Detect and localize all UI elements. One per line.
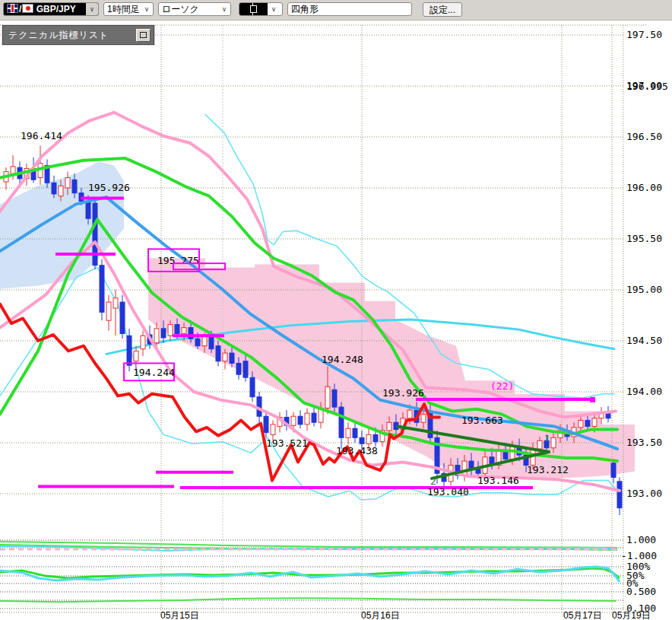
panel-restore-button[interactable] <box>136 29 151 42</box>
y-axis-tick: 197.50 <box>626 29 662 40</box>
candle-body <box>216 346 220 361</box>
osc-axis-tick: 1.000 <box>626 534 656 545</box>
rect-price-label: 194.244 <box>133 367 175 378</box>
y-axis-tick: 194.00 <box>626 386 662 397</box>
candle-body <box>421 415 426 423</box>
candle-body <box>617 482 622 508</box>
candle-body <box>291 416 296 425</box>
candle-body <box>373 434 378 441</box>
candle-body <box>243 361 248 377</box>
candle-body <box>353 428 357 437</box>
candle-body <box>11 167 15 173</box>
candle-body <box>312 413 316 422</box>
price-label: 193.040 <box>427 486 469 498</box>
x-axis-date: 05月16日 <box>361 610 400 620</box>
candle-body <box>271 424 275 434</box>
x-axis-date: 05月17日 <box>563 610 602 620</box>
currency-pair-select[interactable]: / GBP/JPY ∨ <box>3 2 99 16</box>
indicator-panel-title: テクニカル指標リスト <box>3 29 136 42</box>
settings-button[interactable]: 設定... <box>423 2 462 17</box>
price-label: 193.521 <box>266 437 308 449</box>
pink-cloud <box>148 259 635 480</box>
oscillator-lines <box>0 542 620 602</box>
y-axis-tick: 196.50 <box>626 131 662 142</box>
candle-body <box>127 335 132 365</box>
y-axis-tick: 195.00 <box>626 284 662 295</box>
indicator-list-panel[interactable]: テクニカル指標リスト <box>2 25 154 45</box>
candle-body <box>305 413 309 424</box>
price-label: 196.414 <box>21 130 62 141</box>
candle-body <box>230 353 234 363</box>
candle-body <box>325 386 330 408</box>
candle-body <box>585 421 590 427</box>
candle-body <box>113 298 118 308</box>
candle-body <box>339 407 344 437</box>
timeframe-label: 1時間足 <box>104 3 141 16</box>
candle-body <box>592 418 597 427</box>
candle-body <box>168 325 173 336</box>
candle-body <box>298 416 303 424</box>
price-chart-canvas[interactable]: 195.275194.244196.414195.926194.248193.9… <box>0 20 672 620</box>
candle-body <box>510 447 515 459</box>
candle-body <box>387 422 391 431</box>
price-label: 193.146 <box>477 475 519 486</box>
draw-color-select[interactable]: ∨ <box>239 2 283 16</box>
toolbar: / GBP/JPY ∨ 1時間足 ∨ ローソク ∨ ∨ 設定... <box>0 0 672 21</box>
pair-label: GBP/JPY <box>36 4 76 14</box>
y-axis-tick: 193.50 <box>626 437 662 448</box>
price-label: 193.926 <box>382 387 424 399</box>
candle-body <box>52 183 56 194</box>
candle-body <box>537 440 542 449</box>
candle-body <box>134 351 138 361</box>
chevron-down-icon: ∨ <box>141 3 153 15</box>
candle-color-swatch <box>239 3 268 15</box>
uk-flag-icon <box>7 4 18 13</box>
trading-app-window: / GBP/JPY ∨ 1時間足 ∨ ローソク ∨ ∨ 設定... テクニカル指… <box>0 0 672 620</box>
candle-body <box>209 335 214 348</box>
timeframe-select[interactable]: 1時間足 ∨ <box>103 2 154 16</box>
candle-body <box>223 353 227 361</box>
chevron-down-icon: ∨ <box>218 3 230 15</box>
price-label: 2 <box>430 475 436 487</box>
candle-body <box>175 325 179 334</box>
y-axis-tick: 195.50 <box>626 233 662 244</box>
rect-price-label: 195.275 <box>157 255 199 266</box>
pair-slash: / <box>19 4 21 14</box>
chart-type-label: ローソク <box>159 3 218 16</box>
shape-tool-input[interactable] <box>287 2 412 16</box>
osc-axis-tick: -1.000 <box>621 550 657 561</box>
y-axis-tick: 193.00 <box>626 488 662 499</box>
price-label: 194.248 <box>322 354 363 365</box>
blue-cloud <box>0 161 124 289</box>
y-axis-tick: 194.50 <box>626 335 662 346</box>
price-label: 193.663 <box>461 415 503 426</box>
candle-body <box>551 437 556 447</box>
price-label: (22) <box>490 380 514 392</box>
chevron-down-icon: ∨ <box>268 3 280 15</box>
candle-body <box>236 364 241 375</box>
candle-body <box>578 421 583 428</box>
candle-body <box>154 329 159 343</box>
price-label: 193.438 <box>336 445 378 456</box>
candle-body <box>161 329 166 338</box>
candle-body <box>264 416 268 432</box>
candle-body <box>407 410 412 418</box>
price-label: 1 <box>544 433 550 444</box>
candle-body <box>250 377 255 397</box>
candle-body <box>360 437 364 444</box>
chevron-down-icon: ∨ <box>86 3 98 15</box>
chart-type-select[interactable]: ローソク ∨ <box>158 2 231 16</box>
candle-icon <box>250 5 257 13</box>
candle-body <box>100 265 104 313</box>
candle-body <box>65 178 70 188</box>
candle-body <box>120 302 125 334</box>
line-handle <box>590 397 595 402</box>
candle-body <box>611 463 616 478</box>
candle-body <box>346 428 350 437</box>
candle-body <box>202 335 207 345</box>
x-axis-date: 05月15日 <box>160 610 199 620</box>
candle-body <box>366 434 371 444</box>
candle-body <box>332 389 337 407</box>
candle-body <box>182 328 186 334</box>
jp-flag-icon <box>22 4 33 13</box>
